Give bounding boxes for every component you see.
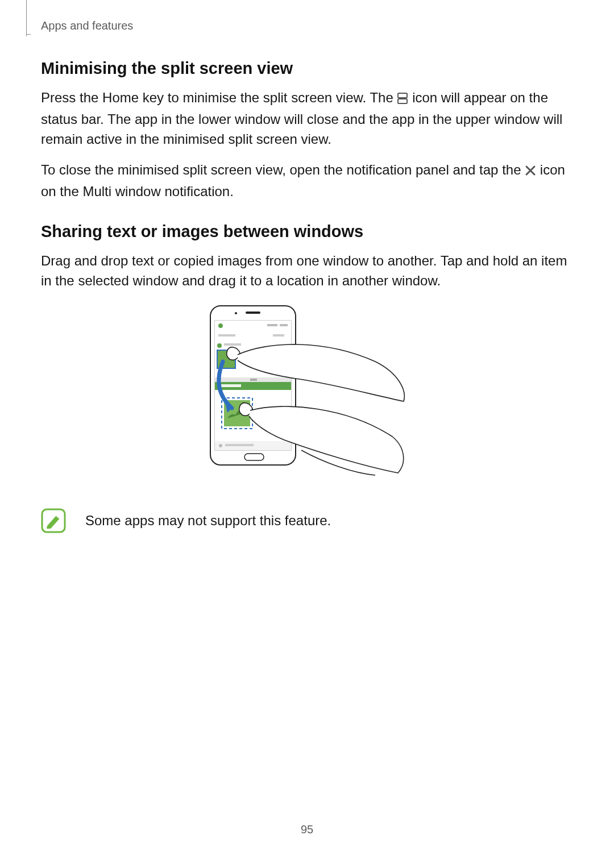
page-number: 95 bbox=[0, 823, 614, 836]
svg-rect-23 bbox=[218, 384, 241, 387]
svg-point-15 bbox=[217, 343, 222, 348]
svg-rect-16 bbox=[224, 343, 241, 346]
paragraph-sharing: Drag and drop text or copied images from… bbox=[41, 251, 573, 291]
page-content: Minimising the split screen view Press t… bbox=[41, 59, 573, 533]
svg-rect-7 bbox=[246, 312, 260, 314]
svg-rect-0 bbox=[398, 93, 407, 98]
paragraph-minimise-2: To close the minimised split screen view… bbox=[41, 160, 573, 202]
drag-between-windows-illustration bbox=[205, 305, 409, 483]
breadcrumb: Apps and features bbox=[41, 19, 133, 32]
svg-point-27 bbox=[219, 444, 222, 447]
para1-text-a: Press the Home key to minimise the split… bbox=[41, 90, 397, 105]
svg-rect-11 bbox=[267, 324, 277, 326]
svg-rect-12 bbox=[280, 324, 288, 326]
svg-rect-1 bbox=[398, 99, 407, 103]
split-screen-icon bbox=[397, 90, 408, 110]
margin-mark-icon bbox=[26, 0, 28, 36]
note-text: Some apps may not support this feature. bbox=[85, 513, 331, 529]
svg-rect-20 bbox=[250, 379, 257, 381]
note-icon bbox=[41, 508, 66, 533]
para2-text-a: To close the minimised split screen view… bbox=[41, 162, 525, 177]
note-row: Some apps may not support this feature. bbox=[41, 508, 573, 533]
svg-rect-14 bbox=[273, 334, 284, 337]
svg-rect-13 bbox=[218, 334, 235, 337]
paragraph-minimise-1: Press the Home key to minimise the split… bbox=[41, 88, 573, 149]
svg-rect-28 bbox=[225, 444, 254, 446]
close-icon bbox=[525, 162, 536, 182]
svg-point-10 bbox=[218, 323, 223, 328]
svg-point-6 bbox=[235, 312, 237, 314]
heading-sharing: Sharing text or images between windows bbox=[41, 222, 573, 241]
heading-minimising: Minimising the split screen view bbox=[41, 59, 573, 78]
